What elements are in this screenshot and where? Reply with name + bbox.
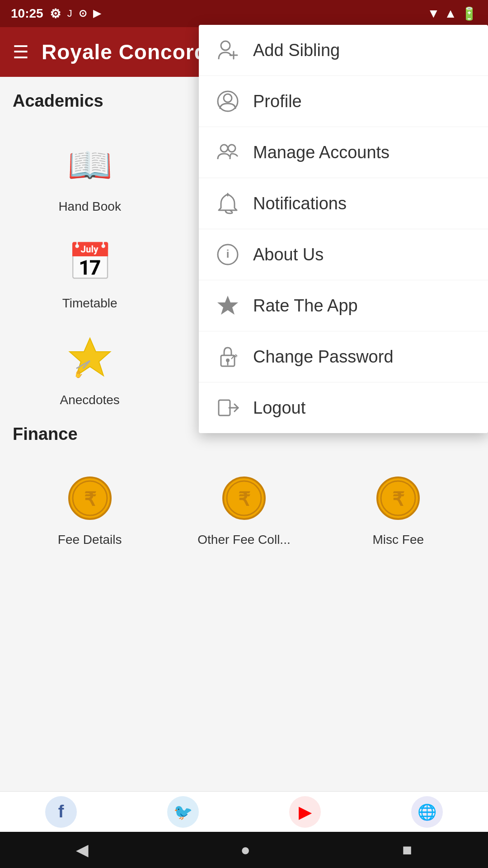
svg-point-27	[224, 94, 232, 102]
add-sibling-icon	[215, 38, 240, 63]
manage-accounts-icon	[215, 140, 240, 165]
about-us-icon: i	[215, 242, 240, 267]
profile-label: Profile	[253, 92, 302, 111]
manage-accounts-label: Manage Accounts	[253, 143, 389, 162]
svg-rect-40	[219, 400, 230, 415]
menu-profile[interactable]: Profile	[199, 76, 488, 127]
change-password-icon	[215, 344, 240, 369]
dropdown-menu: Add Sibling Profile	[199, 25, 488, 433]
about-us-label: About Us	[253, 245, 324, 264]
menu-add-sibling[interactable]: Add Sibling	[199, 25, 488, 76]
notifications-label: Notifications	[253, 194, 347, 213]
menu-notifications[interactable]: Notifications	[199, 178, 488, 229]
svg-text:i: i	[226, 248, 230, 260]
svg-marker-33	[217, 296, 238, 315]
menu-manage-accounts[interactable]: Manage Accounts	[199, 127, 488, 178]
menu-change-password[interactable]: Change Password	[199, 331, 488, 382]
menu-about-us[interactable]: i About Us	[199, 229, 488, 280]
logout-icon	[215, 395, 240, 420]
notifications-icon	[215, 191, 240, 216]
svg-point-23	[221, 41, 230, 50]
dropdown-overlay: Add Sibling Profile	[0, 0, 488, 868]
svg-point-29	[228, 145, 235, 152]
svg-point-28	[221, 145, 228, 152]
rate-app-icon	[215, 293, 240, 318]
profile-icon	[215, 89, 240, 114]
add-sibling-label: Add Sibling	[253, 41, 340, 60]
rate-app-label: Rate The App	[253, 296, 358, 316]
logout-label: Logout	[253, 398, 305, 418]
menu-rate-app[interactable]: Rate The App	[199, 280, 488, 331]
change-password-label: Change Password	[253, 347, 394, 367]
menu-logout[interactable]: Logout	[199, 382, 488, 433]
